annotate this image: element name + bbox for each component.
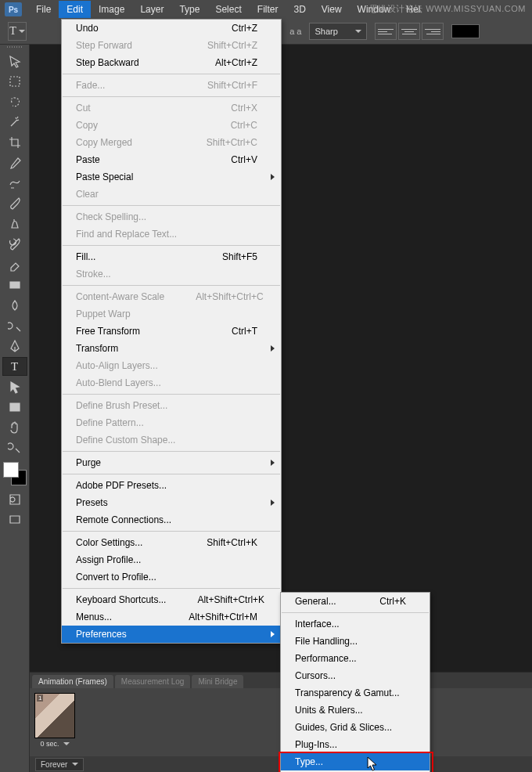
clone-stamp-tool[interactable] bbox=[2, 215, 27, 233]
edit-menu-purge[interactable]: Purge bbox=[62, 454, 281, 471]
menubar-item-filter[interactable]: Filter bbox=[250, 1, 286, 18]
edit-menu-copy-merged: Copy MergedShift+Ctrl+C bbox=[62, 134, 281, 151]
prefs-menu-general[interactable]: General...Ctrl+K bbox=[281, 593, 430, 610]
screenmode-tool[interactable] bbox=[2, 510, 27, 529]
edit-menu-auto-blend-layers: Auto-Blend Layers... bbox=[62, 374, 281, 391]
edit-menu-auto-align-layers: Auto-Align Layers... bbox=[62, 357, 281, 374]
watermark-text: 思缘设计论坛 WWW.MISSYUAN.COM bbox=[369, 3, 526, 15]
edit-menu-paste-special[interactable]: Paste Special bbox=[62, 168, 281, 186]
menubar-item-image[interactable]: Image bbox=[91, 1, 132, 18]
edit-menu-paste[interactable]: PasteCtrl+V bbox=[62, 151, 281, 168]
edit-menu-transform[interactable]: Transform bbox=[62, 340, 281, 357]
edit-menu-stroke: Stroke... bbox=[62, 265, 281, 283]
edit-menu-clear: Clear bbox=[62, 186, 281, 203]
text-color-swatch[interactable] bbox=[451, 24, 480, 38]
edit-menu-fill[interactable]: Fill...Shift+F5 bbox=[62, 248, 281, 265]
brush-tool[interactable] bbox=[2, 194, 27, 213]
tab-measurement[interactable]: Measurement Log bbox=[115, 675, 191, 688]
edit-menu-menus[interactable]: Menus...Alt+Shift+Ctrl+M bbox=[62, 608, 281, 626]
healing-brush-tool[interactable] bbox=[2, 174, 27, 193]
foreground-color-swatch[interactable] bbox=[3, 462, 19, 478]
edit-menu-remote-connections[interactable]: Remote Connections... bbox=[62, 511, 281, 528]
edit-menu-step-forward: Step ForwardShift+Ctrl+Z bbox=[62, 37, 281, 54]
edit-menu-copy: CopyCtrl+C bbox=[62, 117, 281, 134]
edit-menu-presets[interactable]: Presets bbox=[62, 494, 281, 511]
loop-select[interactable]: Forever bbox=[35, 758, 84, 771]
frame-thumbnail[interactable]: 1 bbox=[34, 693, 75, 738]
edit-menu-step-backward[interactable]: Step BackwardAlt+Ctrl+Z bbox=[62, 54, 281, 71]
history-brush-tool[interactable] bbox=[2, 235, 27, 254]
preferences-submenu: General...Ctrl+KInterface...File Handlin… bbox=[280, 592, 430, 772]
edit-menu-fade: Fade...Shift+Ctrl+F bbox=[62, 77, 281, 94]
magic-wand-tool[interactable] bbox=[2, 113, 27, 132]
crop-tool[interactable] bbox=[2, 133, 27, 152]
menubar-item-edit[interactable]: Edit bbox=[59, 1, 91, 18]
antialiasing-select[interactable]: Sharp bbox=[309, 23, 367, 40]
edit-menu-content-aware-scale: Content-Aware ScaleAlt+Shift+Ctrl+C bbox=[62, 288, 281, 305]
edit-menu-define-custom-shape: Define Custom Shape... bbox=[62, 431, 281, 449]
menubar-item-layer[interactable]: Layer bbox=[132, 1, 171, 18]
marquee-tool[interactable] bbox=[2, 72, 27, 91]
edit-menu-define-pattern: Define Pattern... bbox=[62, 414, 281, 431]
rectangle-tool[interactable] bbox=[2, 398, 27, 417]
tool-preset-button[interactable]: T bbox=[8, 22, 27, 41]
edit-menu-free-transform[interactable]: Free TransformCtrl+T bbox=[62, 323, 281, 340]
menubar-item-view[interactable]: View bbox=[314, 1, 350, 18]
dodge-tool[interactable] bbox=[2, 316, 27, 335]
edit-menu-undo[interactable]: UndoCtrl+Z bbox=[62, 20, 281, 37]
prefs-menu-type[interactable]: Type... bbox=[281, 753, 430, 770]
frame-duration[interactable]: 0 sec. bbox=[34, 740, 76, 748]
fg-bg-color[interactable] bbox=[3, 462, 27, 485]
tool-panel: T bbox=[0, 44, 30, 772]
prefs-menu-guides-grid-slices[interactable]: Guides, Grid & Slices... bbox=[281, 719, 430, 736]
edit-menu-assign-profile[interactable]: Assign Profile... bbox=[62, 551, 281, 568]
prefs-menu-interface[interactable]: Interface... bbox=[281, 615, 430, 633]
menubar-item-type[interactable]: Type bbox=[171, 1, 207, 18]
edit-menu-keyboard-shortcuts[interactable]: Keyboard Shortcuts...Alt+Shift+Ctrl+K bbox=[62, 591, 281, 608]
edit-menu-define-brush-preset: Define Brush Preset... bbox=[62, 397, 281, 414]
zoom-tool[interactable] bbox=[2, 438, 27, 457]
align-right-button[interactable] bbox=[422, 23, 444, 40]
menubar-item-3d[interactable]: 3D bbox=[286, 1, 313, 18]
app-logo: Ps bbox=[5, 2, 22, 16]
aa-label: a a bbox=[289, 27, 301, 36]
edit-menu-color-settings[interactable]: Color Settings...Shift+Ctrl+K bbox=[62, 534, 281, 551]
hand-tool[interactable] bbox=[2, 418, 27, 437]
prefs-menu-performance[interactable]: Performance... bbox=[281, 650, 430, 667]
type-tool[interactable]: T bbox=[2, 357, 27, 376]
menubar-item-file[interactable]: File bbox=[28, 1, 59, 18]
edit-menu-check-spelling: Check Spelling... bbox=[62, 208, 281, 225]
menubar-item-select[interactable]: Select bbox=[207, 1, 249, 18]
tab-animation[interactable]: Animation (Frames) bbox=[32, 675, 113, 688]
prefs-menu-cursors[interactable]: Cursors... bbox=[281, 667, 430, 684]
move-tool[interactable] bbox=[2, 52, 27, 70]
edit-menu-convert-to-profile[interactable]: Convert to Profile... bbox=[62, 568, 281, 586]
edit-menu-find-and-replace-text: Find and Replace Text... bbox=[62, 225, 281, 243]
align-center-button[interactable] bbox=[398, 23, 420, 40]
path-selection-tool[interactable] bbox=[2, 377, 27, 396]
prefs-menu-units-rulers[interactable]: Units & Rulers... bbox=[281, 702, 430, 719]
pen-tool[interactable] bbox=[2, 337, 27, 355]
lasso-tool[interactable] bbox=[2, 92, 27, 111]
text-align-group bbox=[375, 23, 444, 40]
edit-menu-adobe-pdf-presets[interactable]: Adobe PDF Presets... bbox=[62, 477, 281, 494]
edit-menu-dropdown: UndoCtrl+ZStep ForwardShift+Ctrl+ZStep B… bbox=[61, 19, 282, 644]
prefs-menu-file-handling[interactable]: File Handling... bbox=[281, 633, 430, 650]
gradient-tool[interactable] bbox=[2, 276, 27, 294]
prefs-menu-transparency-gamut[interactable]: Transparency & Gamut... bbox=[281, 684, 430, 702]
align-left-button[interactable] bbox=[375, 23, 397, 40]
edit-menu-puppet-warp: Puppet Warp bbox=[62, 305, 281, 323]
blur-tool[interactable] bbox=[2, 296, 27, 315]
eyedropper-tool[interactable] bbox=[2, 153, 27, 172]
edit-menu-cut: CutCtrl+X bbox=[62, 99, 281, 117]
panel-grip[interactable] bbox=[0, 44, 29, 50]
quickmask-tool[interactable] bbox=[2, 490, 27, 509]
prefs-menu-plug-ins[interactable]: Plug-Ins... bbox=[281, 736, 430, 753]
tab-minibridge[interactable]: Mini Bridge bbox=[192, 675, 243, 688]
eraser-tool[interactable] bbox=[2, 255, 27, 274]
frame-1[interactable]: 1 0 sec. bbox=[34, 693, 76, 748]
edit-menu-preferences[interactable]: Preferences bbox=[62, 626, 281, 643]
